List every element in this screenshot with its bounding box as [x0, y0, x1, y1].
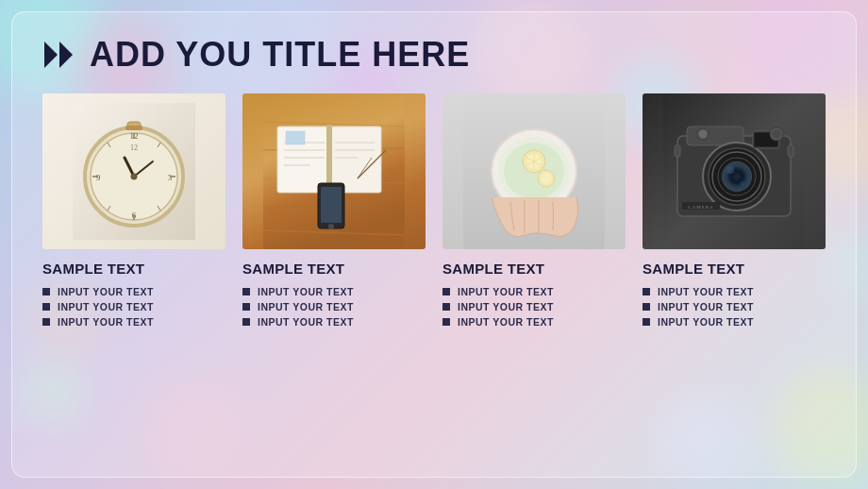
card-1: 12 3 6 9 12: [42, 93, 225, 458]
svg-point-14: [131, 174, 138, 180]
bullet-icon: [643, 303, 650, 311]
bullet-text: INPUT YOUR TEXT: [458, 286, 554, 297]
svg-text:CAMERA: CAMERA: [688, 205, 713, 210]
card-4-subtitle: SAMPLE TEXT: [643, 261, 826, 277]
bullet-icon: [42, 288, 50, 295]
svg-marker-0: [44, 42, 58, 68]
svg-rect-39: [286, 131, 305, 144]
bullet-text: INPUT YOUR TEXT: [58, 286, 154, 297]
list-item: INPUT YOUR TEXT: [442, 301, 626, 312]
camera-illustration: CAMERA: [643, 93, 826, 249]
bullet-icon: [242, 303, 250, 311]
notebook-svg: [263, 93, 405, 249]
clock-svg: 12 3 6 9 12: [73, 103, 195, 240]
list-item: INPUT YOUR TEXT: [242, 301, 426, 312]
bullet-icon: [42, 318, 50, 326]
card-4-image: CAMERA: [643, 93, 826, 249]
svg-point-54: [541, 173, 552, 184]
bullet-icon: [242, 288, 250, 295]
list-item: INPUT YOUR TEXT: [643, 286, 826, 297]
list-item: INPUT YOUR TEXT: [242, 286, 426, 297]
cards-row: 12 3 6 9 12: [42, 93, 826, 458]
svg-point-64: [726, 166, 734, 174]
svg-marker-1: [59, 42, 73, 68]
bullet-text: INPUT YOUR TEXT: [458, 301, 554, 312]
card-3-image: [442, 93, 626, 249]
svg-rect-72: [675, 145, 680, 157]
card-2-subtitle: SAMPLE TEXT: [242, 261, 426, 277]
bullet-icon: [42, 303, 50, 311]
list-item: INPUT YOUR TEXT: [242, 316, 426, 328]
bullet-text: INPUT YOUR TEXT: [258, 316, 354, 328]
card-3-subtitle: SAMPLE TEXT: [442, 261, 626, 277]
bullet-icon: [643, 318, 650, 326]
bullet-icon: [442, 318, 450, 326]
card-3-bullets: INPUT YOUR TEXT INPUT YOUR TEXT INPUT YO…: [442, 286, 626, 328]
tea-svg: [463, 93, 605, 249]
bullet-text: INPUT YOUR TEXT: [258, 301, 354, 312]
list-item: INPUT YOUR TEXT: [42, 301, 225, 312]
card-1-subtitle: SAMPLE TEXT: [42, 261, 225, 277]
bullet-icon: [442, 303, 450, 311]
forward-icon: [42, 38, 76, 72]
bullet-icon: [442, 288, 450, 295]
slide-container: ADD YOU TITLE HERE: [11, 11, 857, 478]
list-item: INPUT YOUR TEXT: [442, 286, 626, 297]
slide-header: ADD YOU TITLE HERE: [42, 35, 826, 75]
card-1-bullets: INPUT YOUR TEXT INPUT YOUR TEXT INPUT YO…: [42, 286, 225, 328]
card-3: SAMPLE TEXT INPUT YOUR TEXT INPUT YOUR T…: [442, 93, 626, 458]
svg-text:9: 9: [96, 173, 101, 182]
svg-text:12: 12: [130, 143, 138, 152]
list-item: INPUT YOUR TEXT: [42, 316, 225, 328]
svg-point-71: [772, 129, 781, 139]
notebook-illustration: [242, 93, 426, 249]
camera-svg: CAMERA: [663, 93, 805, 249]
bullet-text: INPUT YOUR TEXT: [58, 301, 154, 312]
svg-text:3: 3: [168, 173, 173, 182]
card-2-image: [242, 93, 426, 249]
svg-rect-6: [125, 126, 142, 130]
svg-point-65: [741, 181, 745, 186]
card-4-bullets: INPUT YOUR TEXT INPUT YOUR TEXT INPUT YO…: [643, 286, 826, 328]
svg-point-62: [722, 161, 752, 192]
bullet-text: INPUT YOUR TEXT: [658, 301, 754, 312]
tea-illustration: [442, 93, 626, 249]
list-item: INPUT YOUR TEXT: [442, 316, 626, 328]
svg-point-43: [328, 224, 334, 229]
svg-point-69: [699, 130, 707, 138]
bullet-text: INPUT YOUR TEXT: [658, 316, 754, 328]
bullet-text: INPUT YOUR TEXT: [458, 316, 554, 328]
bullet-icon: [643, 288, 650, 295]
svg-rect-42: [321, 187, 342, 223]
bullet-icon: [242, 318, 250, 326]
bullet-text: INPUT YOUR TEXT: [258, 286, 354, 297]
list-item: INPUT YOUR TEXT: [42, 286, 225, 297]
card-1-image: 12 3 6 9 12: [42, 93, 225, 249]
bullet-text: INPUT YOUR TEXT: [658, 286, 754, 297]
list-item: INPUT YOUR TEXT: [643, 301, 826, 312]
slide-title: ADD YOU TITLE HERE: [90, 35, 470, 75]
list-item: INPUT YOUR TEXT: [643, 316, 826, 328]
clock-illustration: 12 3 6 9 12: [42, 93, 225, 249]
card-4: CAMERA SAMPLE TEXT INPUT YOUR TEXT INPUT…: [643, 93, 826, 458]
bullet-text: INPUT YOUR TEXT: [58, 316, 154, 328]
card-2: SAMPLE TEXT INPUT YOUR TEXT INPUT YOUR T…: [242, 93, 426, 458]
svg-rect-73: [788, 145, 793, 157]
card-2-bullets: INPUT YOUR TEXT INPUT YOUR TEXT INPUT YO…: [242, 286, 426, 328]
